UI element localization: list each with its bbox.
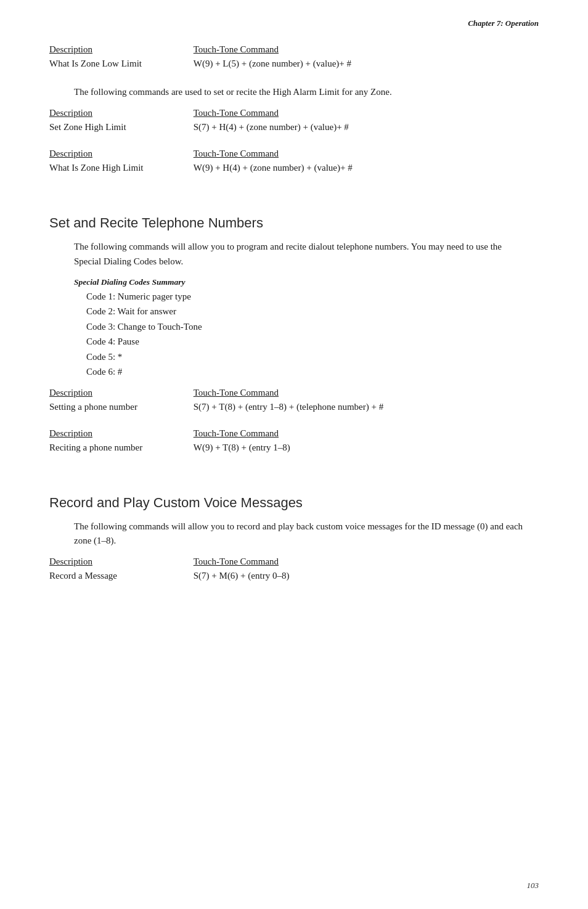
code-1: Code 1: Numeric pager type [86,290,526,304]
code-2: Code 2: Wait for answer [86,304,526,319]
desc-header-5: Description [49,428,191,439]
telephone-numbers-heading: Set and Recite Telephone Numbers [49,215,539,231]
phone-set-row: Setting a phone number S(7) + T(8) + (en… [49,402,539,412]
zone-low-limit-cmd: W(9) + L(5) + (zone number) + (value)+ # [194,59,351,69]
cmd-header-1: Touch-Tone Command [194,44,279,55]
phone-recite-row: Reciting a phone number W(9) + T(8) + (e… [49,442,539,453]
zone-low-limit-desc: What Is Zone Low Limit [49,59,191,69]
cmd-header-6: Touch-Tone Command [194,556,279,567]
special-codes-list: Code 1: Numeric pager type Code 2: Wait … [86,290,526,379]
phone-recite-header-row: Description Touch-Tone Command [49,428,539,439]
phone-recite-cmd: W(9) + T(8) + (entry 1–8) [194,442,290,453]
phone-set-cmd: S(7) + T(8) + (entry 1–8) + (telephone n… [194,402,383,412]
zone-high-set-row: Set Zone High Limit S(7) + H(4) + (zone … [49,122,539,132]
phone-set-desc: Setting a phone number [49,402,191,412]
voice-messages-intro: The following commands will allow you to… [74,520,526,548]
zone-high-query-desc: What Is Zone High Limit [49,163,191,173]
zone-high-query-header-row: Description Touch-Tone Command [49,149,539,159]
zone-high-set-header-row: Description Touch-Tone Command [49,108,539,118]
cmd-header-2: Touch-Tone Command [194,108,279,118]
zone-low-limit-row: What Is Zone Low Limit W(9) + L(5) + (zo… [49,59,539,69]
desc-header-3: Description [49,149,191,159]
voice-messages-intro-text: The following commands will allow you to… [74,521,523,545]
record-msg-cmd: S(7) + M(6) + (entry 0–8) [194,571,290,581]
telephone-intro-text: The following commands will allow you to… [74,242,502,266]
code-6: Code 6: # [86,365,526,379]
chapter-header-text: Chapter 7: Operation [468,18,539,28]
cmd-header-3: Touch-Tone Command [194,149,279,159]
desc-header-1: Description [49,44,191,55]
record-msg-row: Record a Message S(7) + M(6) + (entry 0–… [49,571,539,581]
zone-low-limit-header-row: Description Touch-Tone Command [49,44,539,55]
special-codes-heading: Special Dialing Codes Summary [74,277,526,287]
page: Chapter 7: Operation Description Touch-T… [0,0,588,909]
telephone-intro: The following commands will allow you to… [74,240,526,269]
high-limit-intro-text: The following commands are used to set o… [74,87,392,97]
code-3: Code 3: Change to Touch-Tone [86,320,526,334]
zone-high-query-row: What Is Zone High Limit W(9) + H(4) + (z… [49,163,539,173]
page-number: 103 [527,881,539,891]
desc-header-2: Description [49,108,191,118]
page-number-text: 103 [527,881,539,890]
desc-header-4: Description [49,388,191,398]
record-msg-header-row: Description Touch-Tone Command [49,556,539,567]
zone-high-set-cmd: S(7) + H(4) + (zone number) + (value)+ # [194,122,349,132]
voice-messages-heading: Record and Play Custom Voice Messages [49,495,539,511]
phone-set-header-row: Description Touch-Tone Command [49,388,539,398]
chapter-header: Chapter 7: Operation [49,18,539,31]
record-msg-desc: Record a Message [49,571,191,581]
zone-high-query-cmd: W(9) + H(4) + (zone number) + (value)+ # [194,163,353,173]
code-4: Code 4: Pause [86,335,526,349]
phone-recite-desc: Reciting a phone number [49,442,191,453]
high-limit-intro: The following commands are used to set o… [74,85,526,99]
zone-high-set-desc: Set Zone High Limit [49,122,191,132]
code-5: Code 5: * [86,350,526,364]
cmd-header-4: Touch-Tone Command [194,388,279,398]
cmd-header-5: Touch-Tone Command [194,428,279,439]
special-codes-section: Special Dialing Codes Summary Code 1: Nu… [74,277,526,379]
desc-header-6: Description [49,556,191,567]
